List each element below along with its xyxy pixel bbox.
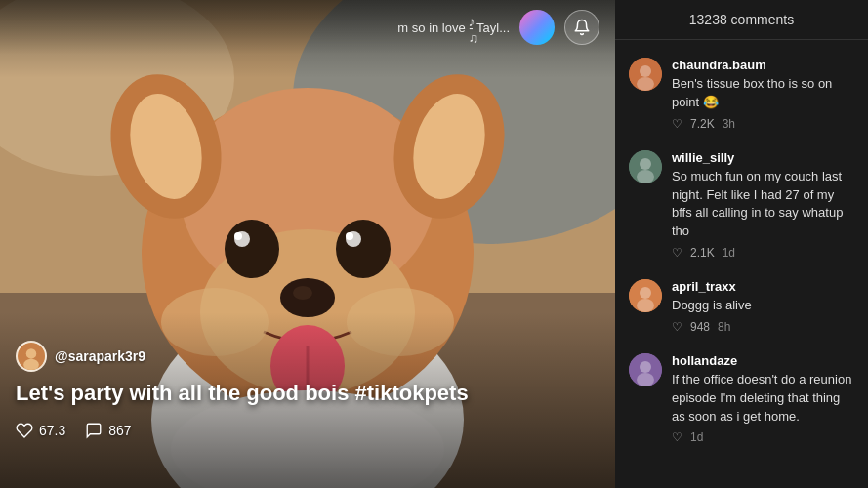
comment-username: chaundra.baum: [672, 58, 854, 72]
comment-time: 1d: [723, 246, 735, 260]
comment-avatar: [629, 58, 662, 91]
likes-value: 67.3: [39, 423, 65, 438]
author-name: @sarapark3r9: [55, 348, 145, 364]
profile-disc-button[interactable]: [519, 10, 555, 45]
comment-text: Doggg is alive: [672, 297, 854, 315]
comment-content: hollandaze If the office doesn't do a re…: [672, 353, 854, 445]
author-row: @sarapark3r9: [16, 341, 599, 372]
bell-button[interactable]: [564, 10, 599, 45]
author-avatar: [16, 341, 47, 372]
comments-count-label: 13238 comments: [689, 12, 794, 27]
comment-likes: 2.1K: [690, 246, 715, 260]
svg-point-19: [293, 286, 312, 300]
comment-item: willie_silly So much fun on my couch las…: [615, 141, 868, 269]
comment-content: april_traxx Doggg is alive ♡ 948 8h: [672, 279, 854, 334]
comment-avatar: [629, 353, 662, 386]
comment-text: So much fun on my couch last night. Felt…: [672, 168, 854, 241]
video-top-bar: ♪♫ m so in love - Tayl...: [0, 0, 615, 55]
video-caption: Let's party with all the good bois #tikt…: [16, 380, 599, 408]
comment-username: willie_silly: [672, 150, 854, 165]
comment-text: If the office doesn't do a reunion episo…: [672, 371, 854, 427]
comment-avatar: [629, 150, 662, 183]
svg-point-32: [637, 77, 654, 91]
comment-time: 8h: [718, 320, 730, 334]
svg-point-38: [637, 299, 654, 312]
comment-text: Ben's tissue box tho is so on point 😂: [672, 75, 854, 112]
comment-item: chaundra.baum Ben's tissue box tho is so…: [615, 48, 868, 141]
comment-username: hollandaze: [672, 353, 854, 368]
svg-point-35: [637, 170, 654, 183]
comment-meta: ♡ 948 8h: [672, 320, 854, 334]
comment-time: 1d: [690, 430, 703, 444]
comment-meta: ♡ 2.1K 1d: [672, 246, 854, 260]
svg-point-13: [336, 220, 391, 278]
heart-icon[interactable]: ♡: [672, 430, 682, 444]
svg-point-29: [23, 359, 39, 371]
svg-point-31: [640, 65, 651, 77]
comment-likes: 948: [690, 320, 710, 334]
music-text: m so in love - Tayl...: [397, 20, 510, 35]
heart-icon[interactable]: ♡: [672, 246, 682, 260]
video-actions: 67.3 867: [16, 422, 599, 439]
comment-item: april_traxx Doggg is alive ♡ 948 8h: [615, 269, 868, 344]
video-panel: ♪♫ m so in love - Tayl... @sarapark3r9 L…: [0, 0, 615, 488]
comment-content: willie_silly So much fun on my couch las…: [672, 150, 854, 260]
comments-header: 13238 comments: [615, 0, 868, 40]
comment-avatar: [629, 279, 662, 312]
svg-point-28: [26, 349, 37, 360]
comment-likes: 7.2K: [690, 117, 715, 131]
comment-item: hollandaze If the office doesn't do a re…: [615, 344, 868, 455]
comment-username: april_traxx: [672, 279, 854, 294]
svg-point-12: [225, 220, 279, 278]
comment-content: chaundra.baum Ben's tissue box tho is so…: [672, 58, 854, 131]
comments-value: 867: [108, 423, 131, 438]
heart-icon[interactable]: ♡: [672, 320, 682, 334]
heart-icon[interactable]: ♡: [672, 117, 682, 131]
svg-point-40: [640, 361, 651, 373]
svg-point-41: [637, 373, 654, 386]
svg-point-37: [640, 287, 651, 299]
video-info: @sarapark3r9 Let's party with all the go…: [16, 341, 599, 439]
comment-meta: ♡ 1d: [672, 430, 854, 444]
svg-point-17: [346, 232, 353, 240]
comment-meta: ♡ 7.2K 3h: [672, 117, 854, 131]
svg-point-34: [640, 158, 651, 170]
comment-time: 3h: [723, 117, 735, 131]
svg-point-16: [234, 232, 242, 240]
comments-count[interactable]: 867: [85, 422, 131, 439]
comments-list[interactable]: chaundra.baum Ben's tissue box tho is so…: [615, 40, 868, 488]
comments-panel: 13238 comments chaundra.baum Ben's tissu…: [615, 0, 868, 488]
likes-count[interactable]: 67.3: [16, 422, 65, 439]
